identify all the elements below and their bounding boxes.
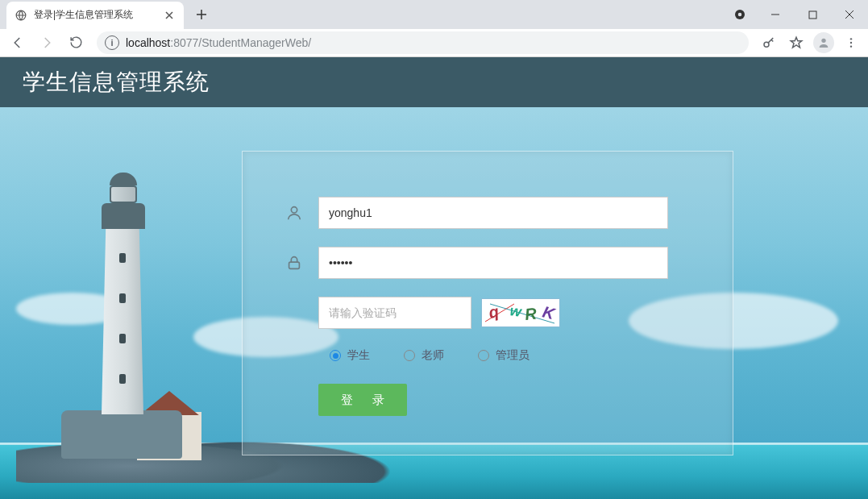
hero-background: q w R K 学生 老师 管理员 xyxy=(0,107,868,499)
site-info-icon[interactable]: i xyxy=(105,35,119,50)
address-bar[interactable]: i localhost:8077/StudentManagerWeb/ xyxy=(97,31,749,54)
bookmark-star-icon[interactable] xyxy=(784,31,808,55)
svg-text:w: w xyxy=(509,302,523,320)
url-path: /StudentManagerWeb/ xyxy=(198,36,311,49)
radio-icon xyxy=(330,350,341,361)
close-window-button[interactable] xyxy=(831,2,868,27)
role-radio-group: 学生 老师 管理员 xyxy=(330,348,668,363)
page-viewport: 学生信息管理系统 xyxy=(0,57,868,499)
maximize-button[interactable] xyxy=(794,2,831,27)
app-header: 学生信息管理系统 xyxy=(0,57,868,107)
role-teacher[interactable]: 老师 xyxy=(404,348,444,363)
svg-point-7 xyxy=(850,42,852,44)
incognito-icon xyxy=(728,2,752,27)
role-student[interactable]: 学生 xyxy=(330,348,370,363)
role-label: 学生 xyxy=(347,348,370,363)
lighthouse-illustration xyxy=(77,185,166,459)
minimize-button[interactable] xyxy=(757,2,794,27)
toolbar: i localhost:8077/StudentManagerWeb/ xyxy=(0,29,868,57)
window-controls xyxy=(728,0,868,29)
svg-text:K: K xyxy=(541,303,558,323)
browser-tab[interactable]: 登录|学生信息管理系统 xyxy=(6,2,184,29)
lock-icon xyxy=(284,253,304,272)
svg-rect-10 xyxy=(289,262,300,268)
svg-text:q: q xyxy=(487,302,500,322)
svg-point-5 xyxy=(821,38,825,42)
globe-icon xyxy=(15,9,27,22)
reload-button[interactable] xyxy=(63,30,89,56)
radio-icon xyxy=(404,350,415,361)
tab-strip: 登录|学生信息管理系统 xyxy=(0,0,868,29)
login-panel: q w R K 学生 老师 管理员 xyxy=(242,151,733,455)
close-tab-icon[interactable] xyxy=(163,9,176,22)
radio-icon xyxy=(478,350,489,361)
role-label: 管理员 xyxy=(496,348,530,363)
role-admin[interactable]: 管理员 xyxy=(478,348,530,363)
browser-chrome: 登录|学生信息管理系统 xyxy=(0,0,868,57)
svg-point-8 xyxy=(850,45,852,47)
svg-rect-3 xyxy=(809,11,816,19)
url-host: localhost xyxy=(126,36,170,49)
password-input[interactable] xyxy=(318,247,668,279)
captcha-image[interactable]: q w R K xyxy=(481,298,560,327)
new-tab-button[interactable] xyxy=(190,3,213,26)
forward-button[interactable] xyxy=(34,30,60,56)
back-button[interactable] xyxy=(5,30,31,56)
app-title: 学生信息管理系统 xyxy=(23,67,210,98)
password-key-icon[interactable] xyxy=(757,31,781,55)
login-button[interactable]: 登 录 xyxy=(318,384,407,416)
svg-text:R: R xyxy=(524,305,538,323)
user-icon xyxy=(284,203,304,222)
tab-title: 登录|学生信息管理系统 xyxy=(34,8,133,22)
svg-point-9 xyxy=(291,207,297,213)
kebab-menu-icon[interactable] xyxy=(839,31,863,55)
captcha-input[interactable] xyxy=(318,297,471,329)
svg-point-2 xyxy=(738,13,742,17)
username-input[interactable] xyxy=(318,197,668,229)
svg-point-6 xyxy=(850,38,852,40)
profile-avatar[interactable] xyxy=(812,31,836,55)
url-port: :8077 xyxy=(170,36,198,49)
role-label: 老师 xyxy=(422,348,444,363)
